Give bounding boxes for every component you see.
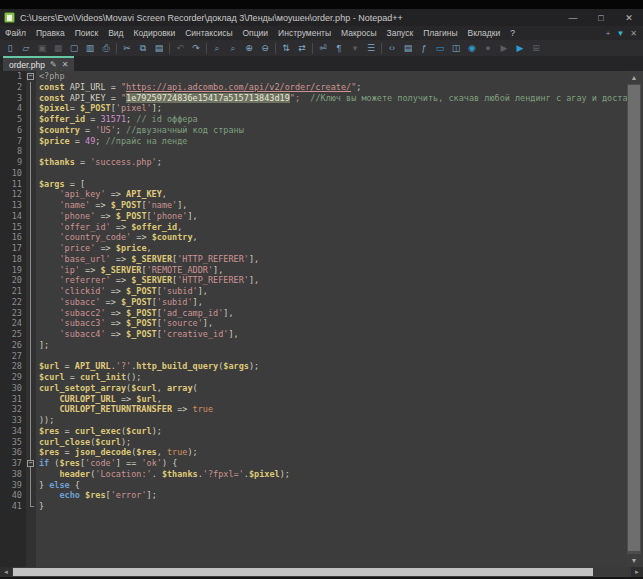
macro-record-icon[interactable]: ● — [481, 42, 495, 55]
fold-cell[interactable] — [26, 125, 36, 136]
menu-help[interactable]: ? — [505, 28, 520, 38]
fold-cell[interactable] — [26, 329, 36, 340]
save-all-icon[interactable]: ▦ — [51, 42, 65, 55]
fold-cell[interactable] — [26, 426, 36, 437]
undo-icon[interactable]: ↶ — [173, 42, 187, 55]
fold-cell[interactable] — [26, 351, 36, 362]
macro-play-icon[interactable]: ▶ — [497, 42, 511, 55]
scroll-left-icon[interactable]: ◄ — [0, 567, 12, 577]
close-all-icon[interactable]: ▥ — [83, 42, 97, 55]
menu-tools[interactable]: Инструменты — [273, 28, 336, 38]
new-file-icon[interactable]: ▯ — [3, 42, 17, 55]
fold-cell[interactable]: − — [26, 71, 36, 82]
fold-cell[interactable] — [26, 136, 36, 147]
menu-encoding[interactable]: Кодировки — [129, 28, 181, 38]
fold-cell[interactable] — [26, 243, 36, 254]
horizontal-scrollbar[interactable]: ◄ ► — [0, 567, 643, 577]
fold-cell[interactable] — [26, 211, 36, 222]
scroll-down-icon[interactable]: ▼ — [627, 554, 641, 567]
tab-order-php[interactable]: order.php ✎ ✕ — [3, 56, 74, 71]
close-button[interactable]: ✕ — [615, 13, 643, 23]
sync-vertical-icon[interactable]: ⇅ — [279, 42, 293, 55]
menu-macro[interactable]: Макросы — [336, 28, 381, 38]
indent-guide-icon[interactable]: ☰ — [364, 42, 378, 55]
copy-icon[interactable]: ⧉ — [136, 42, 150, 55]
show-all-chars-icon[interactable]: ¶ — [332, 42, 346, 55]
tab-close-icon[interactable]: ✕ — [62, 60, 69, 69]
fold-cell[interactable] — [26, 490, 36, 501]
menu-right-close-button[interactable]: ✕ — [630, 29, 637, 38]
function-tags-icon[interactable]: ‹› — [385, 42, 399, 55]
fold-cell[interactable] — [26, 480, 36, 491]
fold-cell[interactable] — [26, 103, 36, 114]
fold-cell[interactable] — [26, 168, 36, 179]
scroll-up-icon[interactable]: ▲ — [627, 71, 641, 84]
vertical-scrollbar-thumb[interactable] — [628, 85, 640, 551]
doc-map-icon[interactable]: ▭ — [433, 42, 447, 55]
fold-cell[interactable] — [26, 447, 36, 458]
fold-cell[interactable] — [26, 404, 36, 415]
fold-cell[interactable] — [26, 222, 36, 233]
fold-cell[interactable] — [26, 297, 36, 308]
horizontal-scrollbar-thumb[interactable] — [13, 568, 593, 576]
function-list-icon[interactable]: ƒ — [417, 42, 431, 55]
fold-cell[interactable] — [26, 286, 36, 297]
minimize-button[interactable]: — — [559, 13, 587, 23]
fold-cell[interactable] — [26, 340, 36, 351]
fold-cell[interactable] — [26, 146, 36, 157]
multi-run-icon[interactable]: ⊞ — [529, 42, 543, 55]
fold-cell[interactable] — [26, 308, 36, 319]
menu-plugins[interactable]: Плагины — [418, 28, 462, 38]
menu-language[interactable]: Синтаксисы — [180, 28, 237, 38]
menu-edit[interactable]: Правка — [31, 28, 70, 38]
title-bar[interactable]: C:\Users\Evo\Videos\Movavi Screen Record… — [0, 9, 643, 26]
fold-cell[interactable] — [26, 501, 36, 512]
fold-cell[interactable]: − — [26, 458, 36, 469]
fold-cell[interactable] — [26, 157, 36, 168]
word-wrap-icon[interactable]: ⏎ — [316, 42, 330, 55]
redo-icon[interactable]: ↷ — [189, 42, 203, 55]
folder-workspace-icon[interactable]: ◫ — [449, 42, 463, 55]
paste-icon[interactable]: ▤ — [152, 42, 166, 55]
fold-cell[interactable] — [26, 383, 36, 394]
menu-file[interactable]: Файл — [0, 28, 31, 38]
menu-right-dropdown-button[interactable]: ▼ — [616, 29, 624, 38]
fold-cell[interactable] — [26, 318, 36, 329]
fold-cell[interactable] — [26, 275, 36, 286]
scroll-right-icon[interactable]: ► — [631, 567, 643, 577]
fold-collapse-icon[interactable]: − — [27, 73, 34, 80]
fold-margin[interactable]: −− — [26, 71, 36, 567]
fold-cell[interactable] — [26, 437, 36, 448]
close-icon[interactable]: ▢ — [67, 42, 81, 55]
menu-view[interactable]: Вид — [103, 28, 128, 38]
macro-save-icon[interactable]: ▶ — [513, 42, 527, 55]
fold-cell[interactable] — [26, 265, 36, 276]
fold-cell[interactable] — [26, 189, 36, 200]
fold-cell[interactable] — [26, 254, 36, 265]
menu-search[interactable]: Поиск — [70, 28, 104, 38]
fold-cell[interactable] — [26, 232, 36, 243]
fold-cell[interactable] — [26, 361, 36, 372]
fold-cell[interactable] — [26, 200, 36, 211]
editor[interactable]: 1234567891011121314151617181920212223242… — [0, 71, 643, 567]
fold-cell[interactable] — [26, 415, 36, 426]
cut-icon[interactable]: ✂ — [120, 42, 134, 55]
find-icon[interactable]: ⌕ — [210, 42, 224, 55]
replace-icon[interactable]: ⌕ — [226, 42, 240, 55]
menu-settings[interactable]: Опции — [238, 28, 274, 38]
fold-cell[interactable] — [26, 394, 36, 405]
fold-cell[interactable] — [26, 372, 36, 383]
fold-cell[interactable] — [26, 179, 36, 190]
dropdown-arrow-icon[interactable]: ▾ — [348, 42, 362, 55]
save-icon[interactable]: ▣ — [35, 42, 49, 55]
zoom-out-icon[interactable]: ⊖ — [258, 42, 272, 55]
menu-tabs[interactable]: Вкладки — [463, 28, 506, 38]
print-icon[interactable]: ⎙ — [99, 42, 113, 55]
doc-switcher-icon[interactable]: ▤ — [401, 42, 415, 55]
vertical-scrollbar[interactable]: ▲ ▼ — [627, 71, 641, 567]
fold-cell[interactable] — [26, 82, 36, 93]
fold-cell[interactable] — [26, 93, 36, 104]
open-file-icon[interactable]: ▱ — [19, 42, 33, 55]
code-area[interactable]: <?phpconst API_URL = "https://api.adcomb… — [36, 71, 643, 567]
menu-right-plus-button[interactable]: + — [606, 29, 611, 38]
